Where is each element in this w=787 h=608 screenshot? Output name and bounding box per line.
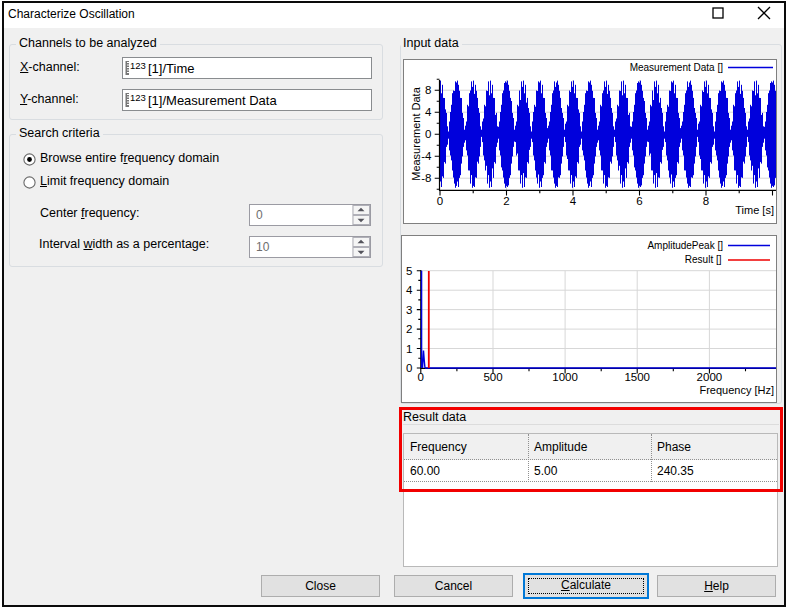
svg-text:2000: 2000 [697, 371, 723, 383]
svg-text:2: 2 [503, 195, 509, 207]
svg-text:1: 1 [406, 343, 412, 355]
svg-text:AmplitudePeak []: AmplitudePeak [] [647, 240, 723, 251]
svg-text:4: 4 [570, 195, 577, 207]
svg-text:6: 6 [636, 195, 642, 207]
svg-text:3: 3 [406, 304, 412, 316]
svg-text:1000: 1000 [552, 371, 578, 383]
svg-text:4: 4 [425, 106, 432, 118]
svg-text:8: 8 [703, 195, 709, 207]
svg-text:500: 500 [483, 371, 502, 383]
svg-text:2: 2 [406, 323, 412, 335]
svg-text:Measurement Data []: Measurement Data [] [630, 62, 724, 73]
svg-text:-4: -4 [421, 150, 432, 162]
svg-text:1500: 1500 [624, 371, 650, 383]
svg-text:0: 0 [437, 195, 443, 207]
svg-text:0: 0 [406, 362, 412, 374]
svg-text:4: 4 [406, 284, 413, 296]
svg-text:Measurement Data: Measurement Data [410, 86, 422, 180]
svg-text:-8: -8 [421, 172, 431, 184]
svg-text:Time [s]: Time [s] [735, 204, 774, 216]
svg-text:123: 123 [130, 92, 146, 103]
svg-text:8: 8 [425, 84, 431, 96]
svg-text:Result []: Result [] [685, 254, 722, 265]
svg-text:5: 5 [406, 265, 412, 277]
svg-text:0: 0 [425, 128, 431, 140]
svg-text:Frequency [Hz]: Frequency [Hz] [699, 384, 774, 396]
svg-text:123: 123 [130, 60, 146, 71]
svg-text:0: 0 [418, 371, 424, 383]
